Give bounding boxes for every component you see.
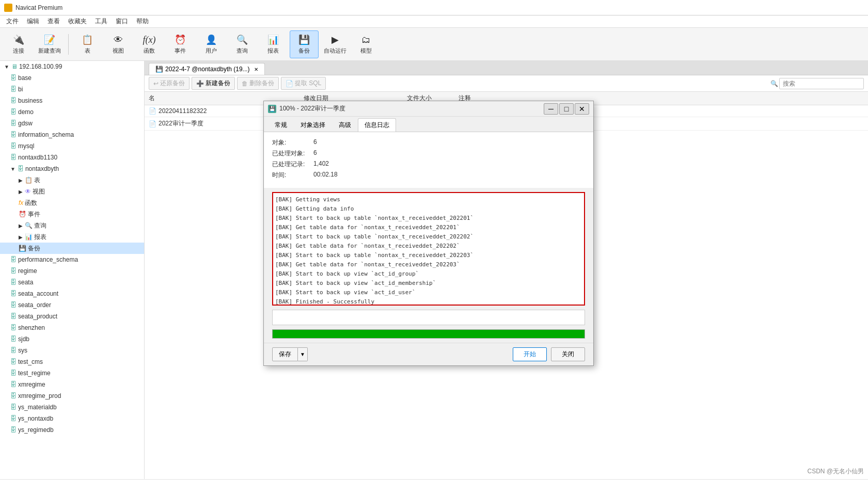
menu-favorites[interactable]: 收藏夹: [64, 16, 91, 27]
sidebar-item-information_schema[interactable]: 🗄 information_schema: [0, 129, 144, 140]
save-button[interactable]: 保存: [272, 347, 298, 361]
backup-icon: 💾: [298, 34, 310, 46]
toolbar-user[interactable]: 👤 用户: [197, 30, 226, 58]
save-dropdown-button[interactable]: ▼: [298, 347, 308, 361]
sidebar-item-table-group[interactable]: ▶ 📋 表: [0, 174, 144, 186]
menu-window[interactable]: 窗口: [112, 16, 132, 27]
restore-backup-button[interactable]: ↩ 还原备份: [149, 77, 190, 90]
toolbar-function[interactable]: f(x) 函数: [135, 30, 164, 58]
db-icon-test_cms: 🗄: [10, 358, 17, 365]
menu-tools[interactable]: 工具: [91, 16, 112, 27]
sidebar-item-performance_schema[interactable]: 🗄 performance_schema: [0, 254, 144, 265]
sidebar-item-report-group[interactable]: ▶ 📊 报表: [0, 231, 144, 243]
menu-view[interactable]: 查看: [43, 16, 64, 27]
sidebar-item-base[interactable]: 🗄 base: [0, 72, 144, 84]
toolbar-query[interactable]: 🔍 查询: [228, 30, 257, 58]
toolbar-connect[interactable]: 🔌 连接: [4, 30, 33, 58]
toolbar-autorun[interactable]: ▶ 自动运行: [321, 30, 350, 58]
sidebar-item-backup-group[interactable]: 💾 备份: [0, 243, 144, 254]
toolbar-event[interactable]: ⏰ 事件: [166, 30, 195, 58]
log-line-11: [BAK] Finished - Successfully: [275, 297, 582, 306]
new-backup-icon: ➕: [196, 80, 204, 87]
sidebar-item-test_cms[interactable]: 🗄 test_cms: [0, 356, 144, 367]
sidebar-item-shenzhen[interactable]: 🗄 shenzhen: [0, 322, 144, 333]
sidebar-item-bi[interactable]: 🗄 bi: [0, 84, 144, 95]
sidebar-item-seata_order[interactable]: 🗄 seata_order: [0, 299, 144, 311]
sidebar-item-regime[interactable]: 🗄 regime: [0, 265, 144, 277]
table-icon: 📋: [81, 34, 93, 46]
delete-backup-button[interactable]: 🗑 删除备份: [237, 77, 279, 90]
start-button[interactable]: 开始: [513, 347, 547, 361]
toolbar-backup[interactable]: 💾 备份: [290, 30, 319, 58]
menu-file[interactable]: 文件: [2, 16, 23, 27]
sidebar-item-query-group[interactable]: ▶ 🔍 查询: [0, 220, 144, 231]
sidebar-item-nontaxdbyth[interactable]: ▼ 🗄 nontaxdbyth: [0, 163, 144, 174]
toolbar-view[interactable]: 👁 视图: [104, 30, 133, 58]
sidebar-item-mysql[interactable]: 🗄 mysql: [0, 140, 144, 152]
sidebar: ▼ 🖥 192.168.100.99 🗄 base 🗄 bi 🗄 busines…: [0, 61, 145, 479]
extract-sql-button[interactable]: 📄 提取 SQL: [281, 77, 326, 90]
autorun-icon: ▶: [329, 34, 341, 46]
db-label-shenzhen: shenzhen: [18, 324, 45, 331]
log-box[interactable]: [BAK] Getting views [BAK] Getting data i…: [272, 192, 585, 306]
modal-minimize-button[interactable]: ─: [544, 103, 558, 115]
search-input[interactable]: [779, 78, 864, 89]
menu-edit[interactable]: 编辑: [23, 16, 43, 27]
modal-close-footer-button[interactable]: 关闭: [551, 347, 585, 361]
sidebar-item-server[interactable]: ▼ 🖥 192.168.100.99: [0, 61, 144, 72]
sidebar-item-seata[interactable]: 🗄 seata: [0, 277, 144, 288]
modal-tab-log[interactable]: 信息日志: [358, 118, 396, 132]
sidebar-item-gdsw[interactable]: 🗄 gdsw: [0, 118, 144, 129]
sidebar-item-sys[interactable]: 🗄 sys: [0, 345, 144, 356]
tab-close-icon[interactable]: ✕: [254, 67, 258, 72]
db-label-sjdb: sjdb: [18, 335, 29, 343]
sidebar-item-seata_product[interactable]: 🗄 seata_product: [0, 311, 144, 322]
db-icon-ys_materialdb: 🗄: [10, 404, 17, 411]
model-icon: 🗂: [360, 34, 372, 46]
function-icon: f(x): [143, 34, 155, 46]
modal-tab-general[interactable]: 常规: [268, 118, 294, 132]
content-tab-backup[interactable]: 💾 2022-4-7 @nontaxdbyth (19...) ✕: [149, 63, 265, 75]
log-line-0: [BAK] Getting views: [275, 195, 582, 204]
modal-maximize-button[interactable]: □: [559, 103, 574, 115]
model-label: 模型: [360, 47, 372, 55]
db-label-seata_product: seata_product: [18, 313, 57, 320]
sidebar-item-seata_account[interactable]: 🗄 seata_account: [0, 288, 144, 299]
sidebar-item-nontaxdb1130[interactable]: 🗄 nontaxdb1130: [0, 152, 144, 163]
sidebar-item-demo[interactable]: 🗄 demo: [0, 106, 144, 118]
sidebar-item-ys_regimedb[interactable]: 🗄 ys_regimedb: [0, 424, 144, 436]
app-title: Navicat Premium: [15, 4, 62, 11]
modal-tab-objects[interactable]: 对象选择: [294, 118, 332, 132]
menu-bar: 文件 编辑 查看 收藏夹 工具 窗口 帮助: [0, 15, 868, 28]
sidebar-item-xmregime[interactable]: 🗄 xmregime: [0, 379, 144, 390]
db-label-regime: regime: [18, 267, 37, 275]
extra-text-box[interactable]: [272, 310, 585, 325]
modal-tab-advanced[interactable]: 高级: [332, 118, 358, 132]
event-label: 事件: [175, 47, 186, 55]
log-line-10: [BAK] Start to back up view `act_id_user…: [275, 288, 582, 297]
db-label-nontaxdb1130: nontaxdb1130: [18, 154, 57, 161]
sidebar-item-func-group[interactable]: fx 函数: [0, 197, 144, 209]
menu-help[interactable]: 帮助: [132, 16, 153, 27]
sidebar-item-event-group[interactable]: ⏰ 事件: [0, 209, 144, 220]
objects-value: 6: [313, 138, 317, 147]
sidebar-item-sjdb[interactable]: 🗄 sjdb: [0, 333, 144, 345]
sidebar-item-xmregime_prod[interactable]: 🗄 xmregime_prod: [0, 390, 144, 402]
query-group-label: 查询: [34, 221, 46, 230]
sidebar-item-view-group[interactable]: ▶ 👁 视图: [0, 186, 144, 197]
processed-objects-value: 6: [313, 149, 317, 158]
sidebar-item-business[interactable]: 🗄 business: [0, 95, 144, 106]
toolbar-new-query[interactable]: 📝 新建查询: [35, 30, 64, 58]
sidebar-item-ys_nontaxdb[interactable]: 🗄 ys_nontaxdb: [0, 413, 144, 424]
extract-sql-label: 提取 SQL: [295, 79, 321, 88]
modal-close-button[interactable]: ✕: [575, 103, 589, 115]
sidebar-item-test_regime[interactable]: 🗄 test_regime: [0, 367, 144, 379]
new-backup-button[interactable]: ➕ 新建备份: [192, 77, 235, 90]
event-group-icon: ⏰: [19, 211, 26, 218]
toolbar-model[interactable]: 🗂 模型: [352, 30, 381, 58]
db-label-ys_nontaxdb: ys_nontaxdb: [18, 415, 53, 422]
toolbar-report[interactable]: 📊 报表: [259, 30, 288, 58]
db-label-sys: sys: [18, 347, 27, 354]
sidebar-item-ys_materialdb[interactable]: 🗄 ys_materialdb: [0, 402, 144, 413]
toolbar-table[interactable]: 📋 表: [73, 30, 102, 58]
